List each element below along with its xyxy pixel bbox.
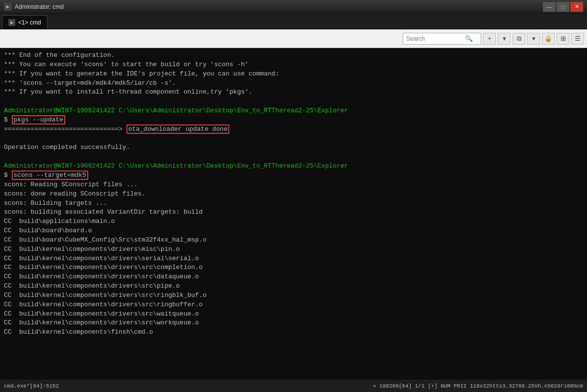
menu-button[interactable]: ☰ xyxy=(571,33,584,45)
terminal-area[interactable]: *** End of the configuration. *** You ca… xyxy=(0,48,587,379)
tab-cmd-label: <1> cmd xyxy=(18,19,41,26)
tab-bar: ▶ <1> cmd xyxy=(0,14,587,29)
status-bar: cmd.exe*[64]:5152 « 180206[64] 1/1 [+] N… xyxy=(0,379,587,392)
maximize-button[interactable]: □ xyxy=(557,2,569,12)
add-dropdown-button[interactable]: ▾ xyxy=(498,33,511,45)
window-controls: — □ ✕ xyxy=(543,2,583,12)
status-info: « 180206[64] 1/1 [+] NUM PRII 118x32htts… xyxy=(373,383,583,389)
restore-dropdown-button[interactable]: ▾ xyxy=(527,33,540,45)
window-title: Administrator: cmd xyxy=(15,3,543,10)
lock-button[interactable]: 🔒 xyxy=(542,33,555,45)
close-button[interactable]: ✕ xyxy=(570,2,583,12)
search-box[interactable]: 🔍 xyxy=(403,33,481,45)
add-button[interactable]: + xyxy=(483,33,496,45)
title-bar: ▶ Administrator: cmd — □ ✕ xyxy=(0,0,587,14)
search-input[interactable] xyxy=(406,35,465,42)
tab-cmd-icon: ▶ xyxy=(8,19,15,26)
app-icon: ▶ xyxy=(4,3,12,11)
minimize-button[interactable]: — xyxy=(543,2,556,12)
toolbar: 🔍 + ▾ ⧉ ▾ 🔒 ⊞ ☰ xyxy=(0,29,587,48)
restore-button[interactable]: ⧉ xyxy=(513,33,525,45)
layout-button[interactable]: ⊞ xyxy=(557,33,569,45)
tab-cmd[interactable]: ▶ <1> cmd xyxy=(2,15,48,29)
status-right: « 180206[64] 1/1 [+] NUM PRII 118x32htts… xyxy=(373,383,583,389)
status-process: cmd.exe*[64]:5152 xyxy=(4,383,59,389)
search-icon-button[interactable]: 🔍 xyxy=(465,35,473,42)
